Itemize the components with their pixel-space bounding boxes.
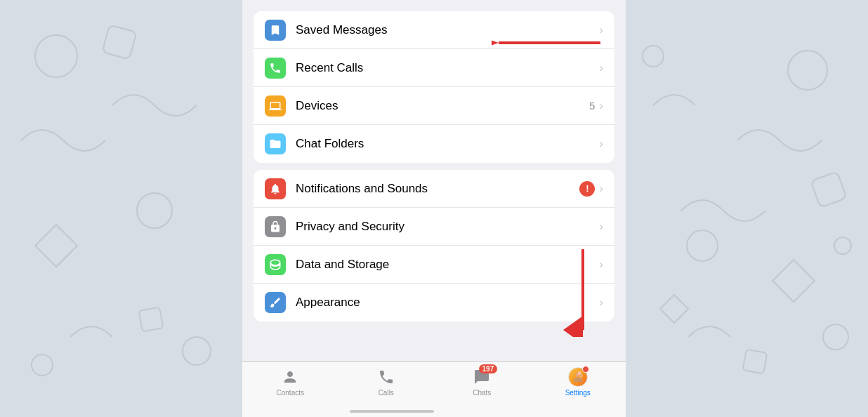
notifications-item[interactable]: Notifications and Sounds ! › xyxy=(254,170,614,208)
svg-point-6 xyxy=(788,51,827,90)
tab-settings[interactable]: Settings xyxy=(530,367,626,397)
tab-bar: Contacts Calls 197 Chats xyxy=(242,361,626,417)
chat-folders-right: › xyxy=(599,137,603,151)
calls-tab-label: Calls xyxy=(379,389,394,397)
chat-folders-icon xyxy=(265,133,286,154)
devices-badge: 5 xyxy=(589,100,595,112)
svg-point-2 xyxy=(137,193,172,228)
tab-calls[interactable]: Calls xyxy=(338,367,435,397)
contacts-tab-label: Contacts xyxy=(277,389,304,397)
svg-point-0 xyxy=(35,35,77,77)
svg-rect-4 xyxy=(139,307,164,332)
chat-folders-label: Chat Folders xyxy=(296,137,599,151)
section-1: Saved Messages › Recent Calls › Devi xyxy=(254,11,614,163)
recent-calls-item[interactable]: Recent Calls › xyxy=(254,49,614,87)
recent-calls-chevron: › xyxy=(599,61,603,75)
svg-point-3 xyxy=(183,337,211,365)
recent-calls-right: › xyxy=(599,61,603,75)
contacts-icon xyxy=(280,367,300,387)
privacy-security-chevron: › xyxy=(599,220,603,234)
notifications-chevron: › xyxy=(599,182,603,196)
devices-chevron: › xyxy=(599,99,603,113)
privacy-security-label: Privacy and Security xyxy=(296,220,599,234)
svg-point-5 xyxy=(32,355,53,376)
appearance-icon xyxy=(265,292,286,313)
section-2: Notifications and Sounds ! › Privacy and… xyxy=(254,170,614,322)
svg-rect-10 xyxy=(743,350,768,374)
saved-messages-label: Saved Messages xyxy=(296,23,599,37)
devices-item[interactable]: Devices 5 › xyxy=(254,87,614,125)
privacy-security-icon xyxy=(265,216,286,237)
recent-calls-label: Recent Calls xyxy=(296,61,599,75)
data-storage-label: Data and Storage xyxy=(296,258,599,272)
saved-messages-chevron: › xyxy=(599,23,603,37)
calls-icon xyxy=(376,367,396,387)
data-storage-item[interactable]: Data and Storage › xyxy=(254,246,614,284)
phone-panel: Saved Messages › Recent Calls › Devi xyxy=(242,0,626,417)
recent-calls-icon xyxy=(265,58,286,79)
devices-label: Devices xyxy=(296,99,589,113)
notifications-right: ! › xyxy=(579,181,603,197)
data-storage-icon xyxy=(265,254,286,275)
notifications-label: Notifications and Sounds xyxy=(296,182,579,196)
svg-point-12 xyxy=(834,237,851,254)
settings-notification-dot xyxy=(582,366,589,373)
notifications-icon xyxy=(265,178,286,199)
saved-messages-right: › xyxy=(599,23,603,37)
home-indicator xyxy=(350,410,434,413)
appearance-chevron: › xyxy=(599,296,603,310)
appearance-right: › xyxy=(599,296,603,310)
chat-folders-item[interactable]: Chat Folders › xyxy=(254,125,614,163)
svg-point-9 xyxy=(823,324,848,350)
devices-right: 5 › xyxy=(589,99,603,113)
data-storage-chevron: › xyxy=(599,258,603,272)
data-storage-right: › xyxy=(599,258,603,272)
tab-chats[interactable]: 197 Chats xyxy=(434,367,530,397)
saved-messages-item[interactable]: Saved Messages › xyxy=(254,11,614,49)
appearance-label: Appearance xyxy=(296,296,599,310)
devices-icon xyxy=(265,95,286,117)
chats-badge: 197 xyxy=(479,364,498,373)
svg-point-18 xyxy=(578,371,581,375)
chats-tab-label: Chats xyxy=(473,389,491,397)
chats-icon: 197 xyxy=(472,367,492,387)
svg-rect-7 xyxy=(810,171,846,207)
chat-folders-chevron: › xyxy=(599,137,603,151)
svg-point-11 xyxy=(643,46,664,67)
settings-tab-label: Settings xyxy=(565,389,591,397)
notifications-alert-badge: ! xyxy=(579,181,595,197)
privacy-security-item[interactable]: Privacy and Security › xyxy=(254,208,614,246)
svg-point-8 xyxy=(687,230,718,261)
settings-avatar-icon xyxy=(568,367,588,387)
saved-messages-icon xyxy=(265,20,286,41)
privacy-security-right: › xyxy=(599,220,603,234)
svg-rect-1 xyxy=(103,25,137,60)
tab-contacts[interactable]: Contacts xyxy=(242,367,338,397)
appearance-item[interactable]: Appearance › xyxy=(254,284,614,322)
